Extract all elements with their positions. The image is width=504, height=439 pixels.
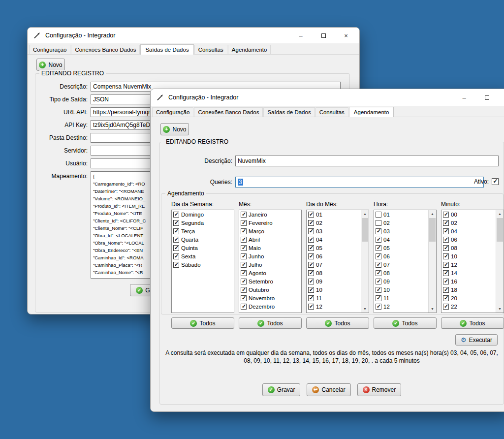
scroll-down-icon[interactable]: ▼ [361, 305, 369, 313]
list-item[interactable]: 11 [307, 294, 361, 302]
tab[interactable]: Consultas [194, 45, 227, 54]
checkbox-icon[interactable] [241, 262, 247, 268]
checkbox-icon[interactable] [376, 295, 381, 301]
list-item[interactable]: 10 [307, 285, 361, 294]
list-item[interactable]: 08 [441, 244, 496, 252]
list-item[interactable]: 02 [374, 219, 428, 227]
checkbox-icon[interactable] [173, 228, 179, 234]
list-item[interactable]: 03 [374, 227, 428, 235]
list-item[interactable]: Quinta [172, 244, 234, 252]
list-item[interactable]: 04 [307, 235, 361, 244]
list-item[interactable]: 12 [374, 302, 428, 311]
list-item[interactable]: 12 [307, 302, 361, 311]
list-item[interactable]: 08 [307, 269, 361, 277]
list-item[interactable]: 14 [441, 269, 496, 277]
checkbox-icon[interactable] [443, 220, 449, 226]
novo-button[interactable]: + Novo [160, 123, 189, 135]
checkbox-icon[interactable] [376, 304, 381, 310]
scrollbar[interactable]: ▲ ▼ [428, 210, 436, 313]
list-item[interactable]: 01 [374, 210, 428, 219]
checkbox-icon[interactable] [308, 262, 314, 268]
checkbox-icon[interactable] [173, 253, 179, 259]
list-item[interactable]: 05 [374, 244, 428, 252]
checkbox-icon[interactable] [241, 279, 247, 284]
checkbox-icon[interactable] [443, 253, 449, 259]
list-item[interactable]: Sábado [172, 260, 234, 269]
scrollbar[interactable]: ▲ ▼ [496, 210, 504, 313]
checkbox-icon[interactable] [241, 253, 247, 259]
tab[interactable]: Saídas de Dados [140, 44, 193, 55]
list-item[interactable]: Fevereiro [239, 219, 301, 227]
checkbox-icon[interactable] [308, 295, 314, 301]
checkbox-icon[interactable] [443, 212, 449, 218]
list-item[interactable]: 02 [307, 219, 361, 227]
scrollbar[interactable]: ▲ ▼ [361, 210, 369, 313]
checkbox-icon[interactable] [376, 270, 381, 276]
checkbox-icon[interactable] [443, 270, 449, 276]
front-titlebar[interactable]: Configuração - Integrador – [151, 89, 504, 106]
checkbox-icon[interactable] [443, 295, 449, 301]
checkbox-icon[interactable] [308, 270, 314, 276]
list-item[interactable]: Julho [239, 260, 301, 269]
cancelar-button[interactable]: ↩ Cancelar [307, 383, 350, 396]
novo-button[interactable]: + Novo [36, 59, 65, 71]
list-item[interactable]: 07 [307, 260, 361, 269]
list-item[interactable]: 11 [374, 294, 428, 302]
list-item[interactable]: Segunda [172, 219, 234, 227]
list-item[interactable]: 09 [307, 277, 361, 285]
list-item[interactable]: 03 [307, 227, 361, 235]
todos-button-mes[interactable]: ✓ Todos [239, 317, 302, 329]
hora-listbox[interactable]: 01 02 03 [374, 210, 437, 313]
list-item[interactable]: 04 [374, 235, 428, 244]
list-item[interactable]: 09 [374, 277, 428, 285]
list-item[interactable]: Domingo [172, 210, 234, 219]
list-item[interactable]: 04 [441, 227, 496, 235]
list-item[interactable]: 10 [441, 252, 496, 260]
list-item[interactable]: 12 [441, 260, 496, 269]
tab[interactable]: Agendamento [228, 45, 271, 54]
checkbox-icon[interactable] [443, 287, 449, 293]
checkbox-icon[interactable] [241, 295, 247, 301]
checkbox-icon[interactable] [443, 228, 449, 234]
checkbox-icon[interactable] [241, 212, 247, 218]
tab[interactable]: Conexões Banco Dados [194, 107, 263, 117]
scroll-thumb[interactable] [362, 218, 368, 242]
checkbox-icon[interactable] [173, 237, 179, 243]
list-item[interactable]: 16 [441, 277, 496, 285]
scroll-down-icon[interactable]: ▼ [429, 305, 436, 313]
checkbox-icon[interactable] [241, 287, 247, 293]
maximize-button[interactable] [312, 28, 335, 43]
checkbox-icon[interactable] [376, 237, 381, 243]
dia-da-semana-listbox[interactable]: Domingo Segunda [171, 210, 234, 313]
checkbox-icon[interactable] [443, 304, 449, 310]
checkbox-icon[interactable] [308, 220, 314, 226]
list-item[interactable]: Junho [239, 252, 301, 260]
checkbox-icon[interactable] [173, 245, 179, 251]
checkbox-icon[interactable] [376, 228, 381, 234]
tab[interactable]: Configuração [152, 107, 193, 117]
scroll-thumb[interactable] [497, 218, 503, 242]
todos-button-dia-do-mes[interactable]: ✓ Todos [306, 317, 369, 329]
checkbox-icon[interactable] [308, 253, 314, 259]
checkbox-icon[interactable] [241, 228, 247, 234]
list-item[interactable]: Maio [239, 244, 301, 252]
checkbox-icon[interactable] [376, 220, 381, 226]
tab[interactable]: Saídas de Dados [263, 107, 315, 117]
list-item[interactable]: Sexta [172, 252, 234, 260]
list-item[interactable]: 00 [441, 210, 496, 219]
scroll-up-icon[interactable]: ▲ [361, 210, 369, 218]
executar-button[interactable]: ⚙ Executar [455, 334, 498, 345]
mes-listbox[interactable]: Janeiro Fevereiro [239, 210, 302, 313]
checkbox-icon[interactable] [376, 245, 381, 251]
list-item[interactable]: Quarta [172, 235, 234, 244]
minimize-button[interactable]: – [289, 28, 312, 43]
list-item[interactable]: 01 [307, 210, 361, 219]
checkbox-icon[interactable] [376, 262, 381, 268]
list-item[interactable]: 10 [374, 285, 428, 294]
checkbox-icon[interactable] [241, 270, 247, 276]
todos-button-minuto[interactable]: ✓ Todos [441, 317, 504, 329]
checkbox-icon[interactable] [308, 287, 314, 293]
list-item[interactable]: 07 [374, 260, 428, 269]
checkbox-icon[interactable] [443, 262, 449, 268]
checkbox-icon[interactable] [241, 304, 247, 310]
